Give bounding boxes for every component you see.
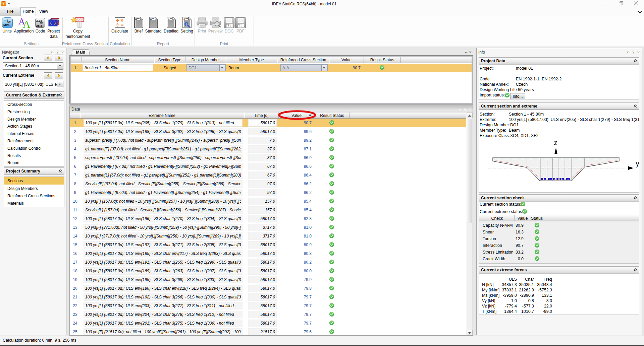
svg-text:a: a <box>183 17 185 20</box>
svg-text:a: a <box>150 17 152 20</box>
svg-text:a: a <box>135 17 137 20</box>
svg-text:25.8: 25.8 <box>36 24 42 27</box>
svg-text:a: a <box>168 17 169 20</box>
svg-text:kN: kN <box>7 20 11 23</box>
svg-text:y: y <box>636 159 639 167</box>
svg-text:z: z <box>554 138 557 147</box>
svg-text:MPa: MPa <box>3 23 10 27</box>
